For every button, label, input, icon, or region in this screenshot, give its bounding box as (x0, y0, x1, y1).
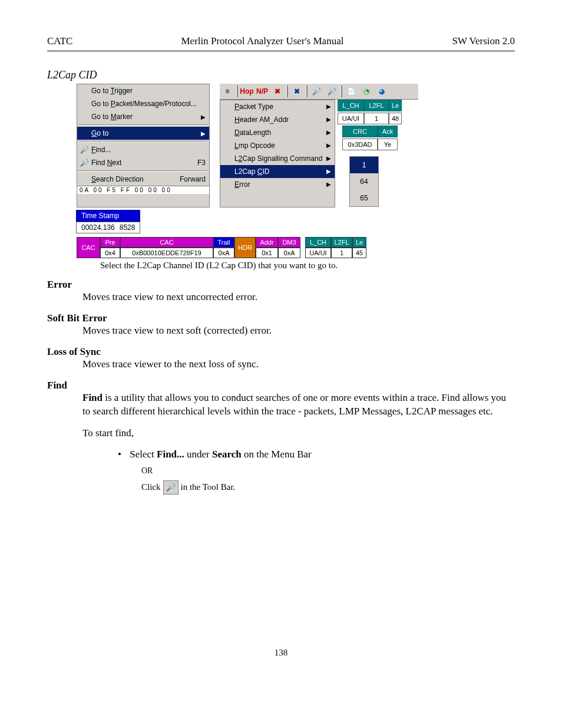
bullet-select-find: • Select Find... under Search on the Men… (118, 449, 515, 460)
toolbar-clock-blue-icon[interactable]: ◕ (375, 85, 388, 98)
toolbar-hop-icon[interactable]: Hop (240, 85, 253, 98)
pb-pre-h: Pre (100, 237, 120, 248)
pb-hdr: HDR (234, 237, 256, 258)
menu-find[interactable]: 🔎Find... (77, 143, 209, 156)
cell-l2fl: L2FL (364, 100, 389, 111)
header-left: CATC (47, 35, 72, 47)
toolbar-find-icon[interactable]: 🔎 (310, 85, 323, 98)
page-number: 138 (47, 648, 515, 658)
submenu-packet-type[interactable]: Packet Type▶ (220, 100, 335, 113)
pb-cac2-h: CAC (120, 237, 213, 248)
cell-48: 48 (389, 113, 402, 124)
text-find-2: To start find, (82, 427, 515, 440)
val-65[interactable]: 65 (350, 190, 378, 206)
text-click-toolbar: Click 🔎 in the Tool Bar. (141, 480, 515, 495)
timestamp-box: Time Stamp 00024.136 8528 (76, 210, 140, 233)
cell-uaui: UA/UI (338, 113, 364, 124)
toolbar-clock-green-icon[interactable]: ◔ (360, 85, 373, 98)
submenu-header-am[interactable]: Header AM_Addr▶ (220, 113, 335, 126)
cell-le: Le (389, 100, 402, 111)
text-find-1: Find is a utility that allows you to con… (82, 391, 515, 419)
toolbar-btn-1[interactable]: ≡ (221, 85, 234, 98)
page-header: CATC Merlin Protocol Analyzer User's Man… (47, 35, 515, 51)
hex-row: 0A 00 F5 FF 00 00 00 (77, 186, 209, 194)
pb-dm3-h: DM3 (278, 237, 300, 248)
pb-trail-v: 0xA (213, 248, 234, 258)
find-toolbar-icon[interactable]: 🔎 (163, 480, 178, 495)
toolbar: ≡ Hop N/P ✖ ✖ 🔎 🔎 📄 ◔ ◕ (220, 84, 418, 100)
menu-go-to-packet[interactable]: Go to Packet/Message/Protocol... (77, 97, 209, 110)
submenu-l2cap-sig[interactable]: L2Cap Signalling Command▶ (220, 152, 335, 165)
pb-lch-h: L_CH (305, 237, 331, 248)
value-submenu: 1 64 65 (349, 156, 379, 207)
timestamp-val2: 8528 (120, 223, 135, 232)
text-soft-bit-error: Moves trace view to next soft (corrected… (82, 324, 515, 338)
screenshot: Go to Trigger Go to Packet/Message/Proto… (77, 84, 515, 258)
submenu-l2cap-cid[interactable]: L2Cap CID▶ (220, 165, 335, 178)
timestamp-val1: 00024.136 (81, 223, 115, 232)
header-right: SW Version 2.0 (452, 35, 515, 47)
pb-le-h: Le (352, 237, 366, 248)
cell-yes: Ye (378, 139, 398, 150)
text-error: Moves trace view to next uncorrected err… (82, 291, 515, 304)
find-icon: 🔎 (80, 145, 89, 154)
pb-trail-h: Trail (213, 237, 234, 248)
pb-dm3-v: 0xA (278, 248, 300, 258)
toolbar-note-icon[interactable]: 📄 (345, 85, 358, 98)
val-1[interactable]: 1 (350, 157, 378, 173)
toolbar-x-icon[interactable]: ✖ (271, 85, 284, 98)
submenu-lmp-opcode[interactable]: Lmp Opcode▶ (220, 139, 335, 152)
section-title: L2Cap CID (47, 69, 515, 81)
cell-crc: CRC (342, 126, 378, 137)
cell-lch: L_CH (338, 100, 364, 111)
cell-ack: Ack (378, 126, 398, 137)
pb-addr-h: Addr (256, 237, 278, 248)
val-64[interactable]: 64 (350, 173, 378, 190)
caption: Select the L2Cap Channel ID (L2 Cap CID)… (100, 261, 515, 271)
toolbar-findnext-icon[interactable]: 🔎 (325, 85, 338, 98)
pb-addr-v: 0x1 (256, 248, 278, 258)
heading-soft-bit-error: Soft Bit Error (47, 312, 515, 324)
pb-pre-v: 0x4 (100, 248, 120, 258)
heading-find: Find (47, 380, 515, 391)
heading-error: Error (47, 279, 515, 291)
find-next-icon: 🔎 (80, 158, 89, 167)
pb-lch-v: UA/UI (305, 248, 331, 258)
menu-search-direction[interactable]: Search DirectionForward (77, 173, 209, 186)
cell-3dad: 0x3DAD (342, 139, 378, 150)
header-center: Merlin Protocol Analyzer User's Manual (181, 35, 343, 47)
data-cells: L_CH L2FL Le UA/UI 1 48 CRC (335, 100, 418, 207)
goto-submenu: Packet Type▶ Header AM_Addr▶ DataLength▶… (220, 100, 335, 207)
pb-cac2-v: 0xB00010EDDE728F19 (120, 248, 213, 258)
heading-loss-of-sync: Loss of Sync (47, 346, 515, 358)
timestamp-label: Time Stamp (76, 210, 140, 222)
menu-go-to-marker[interactable]: Go to Marker▶ (77, 110, 209, 123)
pb-l2fl-h: L2FL (331, 237, 352, 248)
toolbar-x2-icon[interactable]: ✖ (290, 85, 303, 98)
menu-find-next[interactable]: 🔎Find NextF3 (77, 156, 209, 169)
text-loss-of-sync: Moves trace viewer to the next loss of s… (82, 358, 515, 371)
submenu-datalength[interactable]: DataLength▶ (220, 126, 335, 139)
menu-go-to[interactable]: Go to▶ (77, 127, 209, 140)
pb-cac: CAC (77, 237, 100, 258)
pb-le-v: 45 (352, 248, 366, 258)
packet-bar: CAC Pre 0x4 CAC 0xB00010EDDE728F19 Trail… (77, 237, 418, 258)
cell-1: 1 (364, 113, 389, 124)
search-menu: Go to Trigger Go to Packet/Message/Proto… (77, 84, 210, 207)
menu-go-to-trigger[interactable]: Go to Trigger (77, 84, 209, 97)
toolbar-np-icon[interactable]: N/P (256, 85, 269, 98)
pb-l2fl-v: 1 (331, 248, 352, 258)
submenu-error[interactable]: Error▶ (220, 178, 335, 191)
text-or: OR (141, 466, 515, 476)
